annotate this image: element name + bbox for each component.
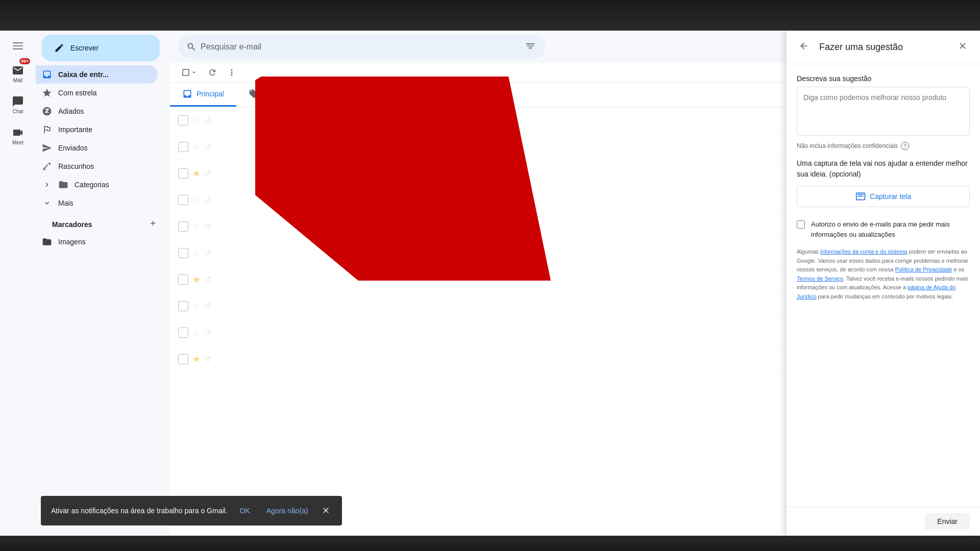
snooze-button[interactable]: ↺ <box>205 142 211 152</box>
sidebar-item-important[interactable]: Importante <box>36 120 158 139</box>
terms-link[interactable]: Termos de Serviço <box>797 276 843 282</box>
snooze-button[interactable]: ↺ <box>205 221 211 231</box>
meet-nav-item[interactable]: Meet <box>8 122 28 149</box>
star-icon <box>42 88 52 98</box>
snooze-button[interactable]: ↺ <box>205 328 211 337</box>
meet-label: Meet <box>12 140 23 145</box>
sidebar-item-inbox[interactable]: Caixa de entr... <box>36 65 158 84</box>
hamburger-menu-icon[interactable] <box>8 36 28 56</box>
categories-expand-icon <box>42 180 52 190</box>
row-checkbox[interactable] <box>178 301 188 311</box>
star-button[interactable]: ☆ <box>192 115 201 126</box>
folder-icon <box>58 180 68 190</box>
labels-section-header: Marcadores + <box>36 212 166 233</box>
back-icon <box>799 41 809 51</box>
notification-close-button[interactable]: ✕ <box>320 503 332 518</box>
row-checkbox[interactable] <box>178 168 188 179</box>
authorization-label: Autorizo o envio de e-mails para me pedi… <box>811 219 970 239</box>
snooze-button[interactable]: ↺ <box>205 248 211 258</box>
privacy-policy-link[interactable]: Política de Privacidade <box>895 266 952 272</box>
more-label: Mais <box>58 199 74 207</box>
row-checkbox[interactable] <box>178 115 188 126</box>
panel-close-button[interactable] <box>955 39 970 56</box>
nav-sidebar: Escrever Caixa de entr... Com estrela <box>36 31 166 536</box>
sidebar-item-categories[interactable]: Categorias <box>36 176 158 194</box>
bottom-bar <box>0 536 980 551</box>
drafts-icon <box>42 161 52 171</box>
panel-back-button[interactable] <box>797 39 811 56</box>
close-icon <box>958 41 968 51</box>
star-button[interactable]: ☆ <box>192 327 201 338</box>
checkbox-icon <box>181 68 190 77</box>
star-button[interactable]: ★ <box>192 168 201 179</box>
row-checkbox[interactable] <box>178 195 188 205</box>
snooze-button[interactable]: ↺ <box>205 301 211 311</box>
star-button[interactable]: ☆ <box>192 221 201 232</box>
star-button[interactable]: ☆ <box>192 194 201 206</box>
promocoes-tab-icon <box>249 89 259 99</box>
add-label-button[interactable]: + <box>148 217 158 230</box>
sidebar-item-starred[interactable]: Com estrela <box>36 84 158 102</box>
top-bar <box>0 0 980 31</box>
compose-button[interactable]: Escrever <box>42 35 160 61</box>
star-button[interactable]: ★ <box>192 274 201 285</box>
capture-icon <box>855 191 866 202</box>
notification-ok-button[interactable]: OK <box>236 505 254 517</box>
more-expand-icon <box>42 198 52 208</box>
principal-tab-icon <box>182 89 192 99</box>
important-label: Importante <box>58 126 92 134</box>
inbox-icon <box>42 69 52 80</box>
capture-screen-button[interactable]: Capturar tela <box>797 186 970 207</box>
compose-label: Escrever <box>70 44 99 52</box>
chevron-down-icon <box>190 69 198 76</box>
notification-later-button[interactable]: Agora não(a) <box>262 505 312 517</box>
capture-btn-label: Capturar tela <box>870 192 911 201</box>
sidebar-item-more[interactable]: Mais <box>36 194 158 212</box>
row-checkbox[interactable] <box>178 248 188 258</box>
snooze-button[interactable]: ↺ <box>205 274 211 284</box>
suggestion-panel: Fazer uma sugestão Descreva sua sugestão… <box>786 31 980 536</box>
sidebar-item-snoozed[interactable]: Adiados <box>36 102 158 120</box>
select-all-button[interactable] <box>178 65 201 80</box>
tab-social[interactable]: Social <box>341 83 399 107</box>
refresh-button[interactable] <box>205 65 220 80</box>
row-checkbox[interactable] <box>178 328 188 338</box>
account-info-link[interactable]: informações da conta e do sistema <box>820 248 908 255</box>
snooze-button[interactable]: ↺ <box>205 168 211 178</box>
star-button[interactable]: ☆ <box>192 300 201 312</box>
tab-principal[interactable]: Principal <box>170 83 236 107</box>
row-checkbox[interactable] <box>178 354 188 364</box>
snooze-button[interactable]: ↺ <box>205 354 211 364</box>
sidebar-item-sent[interactable]: Enviados <box>36 139 158 157</box>
row-checkbox[interactable] <box>178 274 188 285</box>
compose-icon <box>54 43 64 53</box>
label-folder-icon <box>42 237 52 247</box>
snooze-button[interactable]: ↺ <box>205 195 211 205</box>
authorization-checkbox[interactable] <box>797 220 805 229</box>
chat-nav-item[interactable]: Chat <box>8 91 28 118</box>
row-checkbox[interactable] <box>178 142 188 152</box>
privacy-text: Algumas informações da conta e do sistem… <box>797 247 970 302</box>
snooze-button[interactable]: ↺ <box>205 115 211 125</box>
inbox-label: Caixa de entr... <box>58 70 109 79</box>
star-button[interactable]: ☆ <box>192 141 201 153</box>
social-tab-icon <box>353 89 363 99</box>
no-confidential-text: Não inclua informações confidenciais <box>797 142 898 149</box>
sidebar-item-drafts[interactable]: Rascunhos <box>36 157 158 176</box>
suggestion-textarea[interactable] <box>797 87 970 136</box>
help-icon[interactable]: ? <box>901 142 909 150</box>
important-icon <box>42 124 52 135</box>
search-bar[interactable] <box>178 35 546 59</box>
mail-nav-item[interactable]: 99+ Mail <box>8 60 28 87</box>
search-input[interactable] <box>201 42 519 52</box>
send-button[interactable]: Enviar <box>925 513 970 530</box>
row-checkbox[interactable] <box>178 221 188 232</box>
tab-promocoes[interactable]: Promoções 2 novos <box>236 83 341 107</box>
star-button[interactable]: ☆ <box>192 247 201 259</box>
search-filter-button[interactable] <box>523 39 537 55</box>
svg-rect-0 <box>13 42 23 43</box>
star-button[interactable]: ★ <box>192 354 201 365</box>
sidebar-item-images-label[interactable]: Imagens <box>36 233 158 251</box>
privacy-text-3: e os <box>952 266 965 272</box>
more-actions-button[interactable] <box>224 65 239 80</box>
